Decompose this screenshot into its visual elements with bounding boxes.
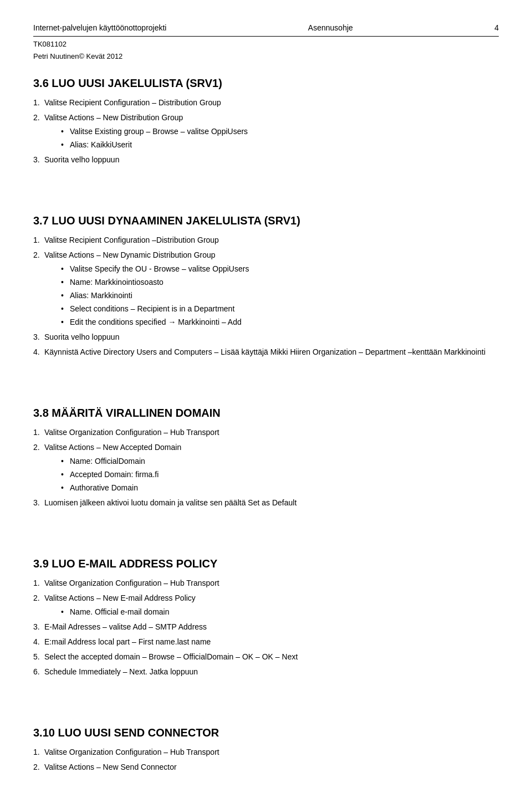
section-list: Valitse Recipient Configuration – Distri… (33, 97, 499, 166)
list-item-text: Suorita velho loppuun (44, 155, 119, 164)
bullet-item: Accepted Domain: firma.fi (61, 469, 499, 480)
document-body: 3.6 LUO UUSI JAKELULISTA (SRV1)Valitse R… (33, 75, 499, 798)
bullet-item: Valitse Existing group – Browse – valits… (61, 126, 499, 137)
page-number: 4 (494, 22, 499, 34)
list-item-text: Suorita velho loppuun (44, 332, 119, 341)
list-item-text: Valitse Actions – New Accepted Domain (44, 443, 181, 452)
section-heading: 3.6 LUO UUSI JAKELULISTA (SRV1) (33, 75, 499, 91)
bullet-item: Alias: KaikkiUserit (61, 139, 499, 151)
list-item: Valitse Actions – New E-mail Address Pol… (33, 592, 499, 618)
section-list: Valitse Organization Configuration – Hub… (33, 746, 499, 773)
list-item-text: Valitse Actions – New Distribution Group (44, 113, 183, 122)
section-list: Valitse Organization Configuration – Hub… (33, 427, 499, 509)
list-item: Schedule Immediately – Next. Jatka loppu… (33, 666, 499, 678)
list-item-text: Valitse Recipient Configuration – Distri… (44, 98, 221, 107)
list-item-text: E:mail Address local part – First name.l… (44, 637, 211, 646)
list-item: Valitse Organization Configuration – Hub… (33, 427, 499, 438)
list-item: Valitse Actions – New Accepted DomainNam… (33, 442, 499, 494)
list-item-text: Valitse Actions – New Send Connector (44, 763, 177, 771)
list-item: Suorita velho loppuun (33, 331, 499, 343)
author-line: Petri Nuutinen© Kevät 2012 (33, 51, 499, 62)
list-item-text: E-Mail Adresses – valitse Add – SMTP Add… (44, 622, 207, 631)
section-3-9: 3.9 LUO E-MAIL ADDRESS POLICYValitse Org… (33, 555, 499, 678)
document-id: TK081102 (33, 39, 499, 50)
list-item: Valitse Recipient Configuration –Distrib… (33, 234, 499, 246)
list-item-text: Valitse Organization Configuration – Hub… (44, 579, 219, 587)
list-item: Suorita velho loppuun (33, 154, 499, 166)
section-list: Valitse Recipient Configuration –Distrib… (33, 234, 499, 358)
section-3-6: 3.6 LUO UUSI JAKELULISTA (SRV1)Valitse R… (33, 75, 499, 166)
bullet-item: Authorative Domain (61, 482, 499, 494)
bullet-item: Valitse Specify the OU - Browse – valits… (61, 263, 499, 275)
list-item: Valitse Recipient Configuration – Distri… (33, 97, 499, 109)
list-item-text: Luomisen jälkeen aktivoi luotu domain ja… (44, 498, 296, 507)
list-item: Valitse Actions – New Dynamic Distributi… (33, 249, 499, 328)
bullet-item: Name. Official e-mail domain (61, 606, 499, 618)
bullet-list: Name: OfficialDomainAccepted Domain: fir… (44, 456, 499, 494)
list-item-text: Valitse Recipient Configuration –Distrib… (44, 236, 219, 244)
section-heading: 3.8 MÄÄRITÄ VIRALLINEN DOMAIN (33, 405, 499, 421)
list-item-text: Valitse Actions – New Dynamic Distributi… (44, 250, 216, 259)
list-item: Luomisen jälkeen aktivoi luotu domain ja… (33, 497, 499, 509)
list-item: Käynnistä Active Directory Users and Com… (33, 346, 499, 358)
list-item-text: Valitse Organization Configuration – Hub… (44, 428, 219, 437)
list-item-text: Select the accepted domain – Browse – Of… (44, 652, 298, 661)
bullet-item: Select conditions – Recipient is in a De… (61, 303, 499, 315)
list-item-text: Schedule Immediately – Next. Jatka loppu… (44, 667, 198, 676)
list-item: E-Mail Adresses – valitse Add – SMTP Add… (33, 621, 499, 633)
bullet-item: Alias: Markkinointi (61, 290, 499, 301)
list-item: Valitse Actions – New Distribution Group… (33, 112, 499, 151)
bullet-item: Name: Markkinointiosoasto (61, 277, 499, 288)
list-item: Valitse Actions – New Send Connector (33, 761, 499, 773)
section-heading: 3.10 LUO UUSI SEND CONNECTOR (33, 724, 499, 741)
list-item: Valitse Organization Configuration – Hub… (33, 577, 499, 589)
list-item: Valitse Organization Configuration – Hub… (33, 746, 499, 758)
section-3-10: 3.10 LUO UUSI SEND CONNECTORValitse Orga… (33, 724, 499, 773)
document-header: Internet-palvelujen käyttöönottoprojekti… (33, 22, 499, 37)
header-left: Internet-palvelujen käyttöönottoprojekti (33, 22, 166, 34)
section-heading: 3.9 LUO E-MAIL ADDRESS POLICY (33, 555, 499, 572)
section-list: Valitse Organization Configuration – Hub… (33, 577, 499, 678)
list-item: E:mail Address local part – First name.l… (33, 636, 499, 648)
list-item-text: Valitse Organization Configuration – Hub… (44, 748, 219, 756)
bullet-item: Edit the conditions specified → Markkino… (61, 316, 499, 328)
section-3-7: 3.7 LUO UUSI DYNAAMINEN JAKELULISTA (SRV… (33, 212, 499, 358)
list-item-text: Valitse Actions – New E-mail Address Pol… (44, 594, 196, 602)
bullet-list: Valitse Specify the OU - Browse – valits… (44, 263, 499, 328)
section-3-8: 3.8 MÄÄRITÄ VIRALLINEN DOMAINValitse Org… (33, 405, 499, 509)
bullet-item: Name: OfficialDomain (61, 456, 499, 467)
list-item: Select the accepted domain – Browse – Of… (33, 651, 499, 663)
section-heading: 3.7 LUO UUSI DYNAAMINEN JAKELULISTA (SRV… (33, 212, 499, 229)
bullet-list: Valitse Existing group – Browse – valits… (44, 126, 499, 151)
header-center: Asennusohje (308, 22, 353, 34)
bullet-list: Name. Official e-mail domain (44, 606, 499, 618)
list-item-text: Käynnistä Active Directory Users and Com… (44, 347, 485, 356)
